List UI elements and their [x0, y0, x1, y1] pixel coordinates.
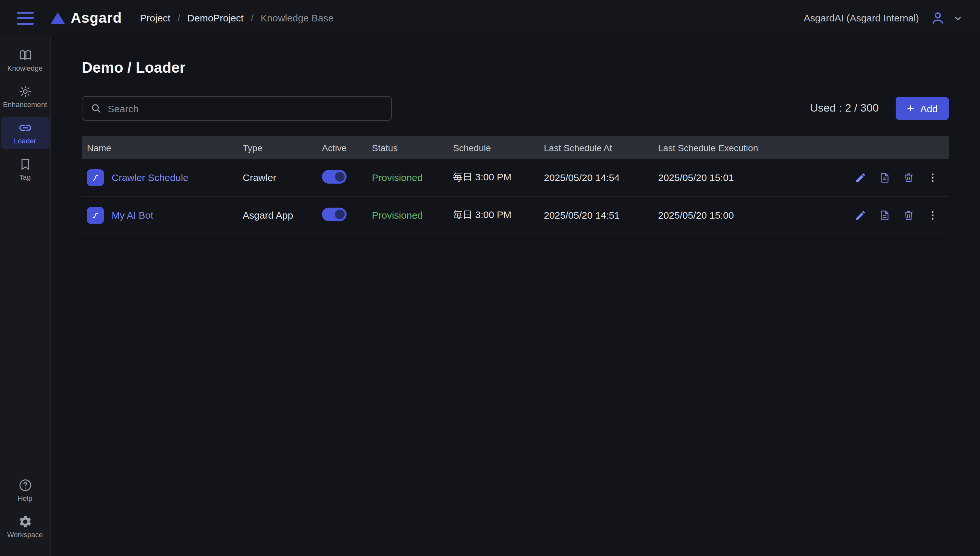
kebab-menu-icon[interactable] — [927, 209, 938, 221]
breadcrumb-demoproject[interactable]: DemoProject — [187, 12, 243, 23]
chevron-down-icon[interactable] — [953, 13, 963, 23]
breadcrumb: Project / DemoProject / Knowledge Base — [140, 12, 334, 23]
status-badge: Provisioned — [367, 172, 448, 183]
sidebar-item-label: Help — [18, 495, 32, 503]
sidebar-item-tag[interactable]: Tag — [0, 153, 50, 186]
page-title: Demo / Loader — [82, 58, 949, 76]
row-type: Crawler — [238, 172, 317, 183]
sidebar-item-label: Enhancement — [3, 100, 47, 109]
controls-row: Used : 2 / 300 Add — [82, 96, 949, 121]
help-icon — [18, 478, 32, 493]
sidebar-item-loader[interactable]: Loader — [0, 117, 50, 149]
edit-icon[interactable] — [855, 171, 867, 183]
logo-triangle-icon — [51, 12, 65, 24]
row-schedule: 毎日 3:00 PM — [448, 171, 539, 184]
breadcrumb-separator: / — [251, 12, 254, 23]
app-logo-icon — [87, 207, 104, 223]
row-actions — [839, 171, 949, 183]
row-last-schedule-execution: 2025/05/20 15:00 — [653, 210, 839, 221]
trash-icon[interactable] — [903, 171, 914, 183]
sidebar-item-workspace[interactable]: Workspace — [0, 511, 50, 543]
flare-icon — [18, 84, 32, 99]
edit-icon[interactable] — [855, 209, 867, 221]
sidebar-item-label: Knowledge — [8, 64, 43, 73]
row-type: Asgard App — [238, 210, 317, 221]
app-logo-icon — [87, 169, 104, 186]
column-header-status: Status — [367, 142, 448, 153]
gear-icon — [18, 514, 32, 529]
row-name-link[interactable]: Crawler Schedule — [112, 172, 189, 183]
document-icon[interactable] — [879, 209, 890, 221]
sidebar-item-knowledge[interactable]: Knowledge — [0, 44, 50, 76]
column-header-schedule: Schedule — [448, 142, 539, 153]
row-last-schedule-execution: 2025/05/20 15:01 — [653, 172, 839, 183]
column-header-last-schedule-at: Last Schedule At — [539, 142, 653, 153]
sidebar-item-enhancement[interactable]: Enhancement — [0, 81, 50, 113]
name-cell: My AI Bot — [82, 207, 238, 223]
name-cell: Crawler Schedule — [82, 169, 238, 186]
add-button[interactable]: Add — [896, 97, 949, 120]
sidebar-item-label: Loader — [14, 137, 36, 145]
sidebar: Knowledge Enhancement Loader — [0, 36, 51, 556]
row-last-schedule-at: 2025/05/20 14:51 — [539, 210, 653, 221]
book-icon — [18, 48, 32, 62]
row-active-cell — [317, 207, 367, 223]
search-input[interactable] — [108, 103, 383, 114]
row-actions — [839, 209, 949, 221]
row-last-schedule-at: 2025/05/20 14:54 — [539, 172, 653, 183]
active-toggle[interactable] — [322, 170, 346, 183]
breadcrumb-project[interactable]: Project — [140, 12, 170, 23]
logo-text: Asgard — [71, 10, 122, 26]
row-schedule: 毎日 3:00 PM — [448, 209, 539, 221]
column-header-type: Type — [238, 142, 317, 153]
table-header: Name Type Active Status Schedule Last Sc… — [82, 136, 949, 159]
sidebar-bottom: Help Workspace — [0, 474, 50, 547]
breadcrumb-separator: / — [178, 12, 180, 23]
account-label: AsgardAI (Asgard Internal) — [804, 12, 919, 23]
add-button-label: Add — [920, 103, 938, 114]
sidebar-item-label: Tag — [19, 173, 31, 182]
search-box[interactable] — [82, 96, 392, 121]
search-icon — [90, 102, 102, 114]
main-content: Demo / Loader Used : 2 / 300 Ad — [51, 36, 980, 556]
document-icon[interactable] — [879, 171, 890, 183]
trash-icon[interactable] — [903, 209, 914, 221]
kebab-menu-icon[interactable] — [927, 171, 938, 183]
status-badge: Provisioned — [367, 210, 448, 221]
column-header-active: Active — [317, 142, 367, 153]
plus-icon — [906, 104, 915, 113]
user-icon[interactable] — [929, 10, 946, 26]
topbar-account[interactable]: AsgardAI (Asgard Internal) — [804, 10, 963, 26]
app-root: Asgard Project / DemoProject / Knowledge… — [0, 0, 980, 556]
link-icon — [18, 121, 32, 135]
usage-counter: Used : 2 / 300 — [810, 102, 879, 115]
breadcrumb-knowledge-base: Knowledge Base — [260, 12, 333, 23]
sidebar-item-label: Workspace — [7, 531, 43, 539]
loader-table: Name Type Active Status Schedule Last Sc… — [82, 136, 949, 234]
column-header-last-schedule-execution: Last Schedule Execution — [653, 142, 839, 153]
app-logo: Asgard — [51, 10, 122, 26]
sidebar-item-help[interactable]: Help — [0, 474, 50, 507]
table-row: My AI Bot Asgard App Provisioned 毎日 3:00… — [82, 197, 949, 234]
row-name-link[interactable]: My AI Bot — [112, 210, 153, 221]
menu-icon[interactable] — [17, 11, 34, 24]
bookmark-icon — [18, 157, 32, 171]
row-active-cell — [317, 170, 367, 185]
active-toggle[interactable] — [322, 207, 346, 221]
table-row: Crawler Schedule Crawler Provisioned 毎日 … — [82, 159, 949, 197]
topbar: Asgard Project / DemoProject / Knowledge… — [0, 0, 980, 36]
column-header-name: Name — [82, 142, 238, 153]
